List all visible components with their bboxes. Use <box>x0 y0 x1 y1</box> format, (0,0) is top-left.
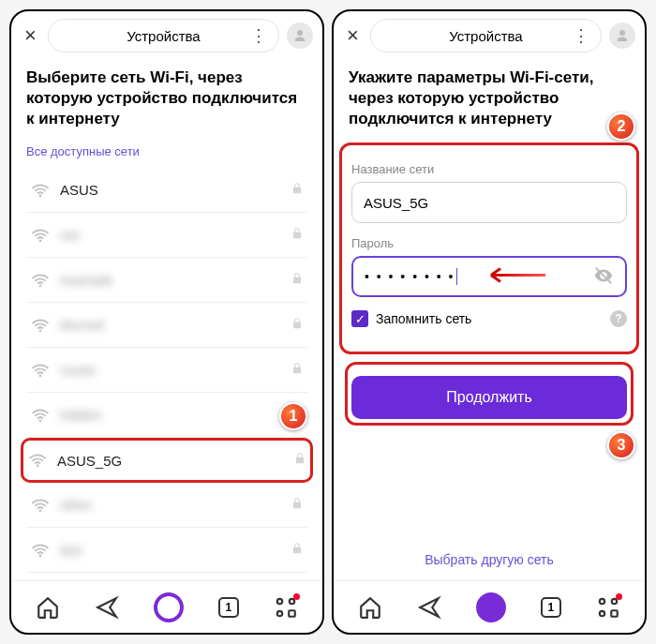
network-row[interactable]: router <box>26 348 307 393</box>
help-icon[interactable]: ? <box>610 310 627 327</box>
alice-icon[interactable] <box>154 592 184 622</box>
svg-point-4 <box>599 598 604 603</box>
topbar: × Устройства ⋮ <box>334 11 645 60</box>
network-name: last <box>60 542 281 558</box>
network-name: hidden <box>60 407 281 423</box>
network-row[interactable]: hidden <box>26 393 307 438</box>
page-title: Устройства <box>127 28 200 44</box>
eye-off-icon[interactable] <box>593 265 614 289</box>
svg-point-5 <box>611 598 616 603</box>
wifi-icon <box>30 270 51 291</box>
svg-point-0 <box>276 598 281 603</box>
lock-icon <box>291 542 304 559</box>
lock-icon <box>293 452 306 469</box>
kebab-icon[interactable]: ⋮ <box>573 25 589 46</box>
badge-1: 1 <box>279 402 307 430</box>
avatar[interactable] <box>287 22 313 49</box>
wifi-icon <box>30 360 51 381</box>
network-name: router <box>60 362 281 378</box>
avatar[interactable] <box>609 22 635 49</box>
network-name: other <box>60 497 281 513</box>
ssid-value: ASUS_5G <box>364 195 428 211</box>
wifi-icon <box>30 540 51 561</box>
topbar: × Устройства ⋮ <box>11 11 322 60</box>
password-input[interactable]: • • • • • • • • <box>351 256 627 297</box>
heading: Выберите сеть Wi-Fi, через которую устро… <box>26 67 307 129</box>
close-icon[interactable]: × <box>343 23 363 48</box>
button-highlight: Продолжить <box>345 362 634 426</box>
alice-icon[interactable] <box>476 592 506 622</box>
network-name: blurred <box>60 317 281 333</box>
send-icon[interactable] <box>95 595 119 620</box>
tabs-counter[interactable]: 1 <box>541 597 561 618</box>
network-row[interactable]: net <box>26 213 307 258</box>
form-highlight: Название сети ASUS_5G Пароль • • • • • •… <box>339 142 639 354</box>
svg-point-2 <box>276 610 281 615</box>
title-pill[interactable]: Устройства ⋮ <box>48 19 279 52</box>
remember-label: Запомнить сеть <box>376 311 471 326</box>
wifi-icon <box>30 180 51 201</box>
password-label: Пароль <box>351 236 627 250</box>
network-name: ASUS <box>60 182 281 198</box>
network-name: ASUS_5G <box>57 453 284 469</box>
svg-point-6 <box>599 610 604 615</box>
wifi-icon <box>30 225 51 246</box>
network-row[interactable]: blurred <box>26 303 307 348</box>
network-row[interactable]: last <box>26 528 307 573</box>
phone-left: × Устройства ⋮ Выберите сеть Wi-Fi, чере… <box>9 9 324 635</box>
badge-3: 3 <box>607 431 635 459</box>
network-name: net <box>60 227 281 243</box>
send-icon[interactable] <box>417 595 441 620</box>
ssid-input[interactable]: ASUS_5G <box>351 182 627 223</box>
services-icon[interactable] <box>274 595 298 620</box>
lock-icon <box>291 182 304 199</box>
arrow-annotation <box>480 267 545 287</box>
tabs-counter[interactable]: 1 <box>218 597 239 618</box>
close-icon[interactable]: × <box>21 23 40 48</box>
heading: Укажите параметры Wi-Fi-сети, через кото… <box>349 67 630 129</box>
wifi-icon <box>27 450 48 471</box>
page-title: Устройства <box>449 28 522 44</box>
title-pill[interactable]: Устройства ⋮ <box>370 19 602 52</box>
all-networks-link[interactable]: Все доступные сети <box>26 144 307 158</box>
ssid-label: Название сети <box>351 162 627 176</box>
bottombar: 1 <box>334 580 645 633</box>
lock-icon <box>291 272 304 289</box>
home-icon[interactable] <box>358 595 382 620</box>
network-row[interactable]: ASUS <box>26 168 307 213</box>
remember-checkbox[interactable]: ✓ <box>351 310 368 327</box>
lock-icon <box>291 362 304 379</box>
kebab-icon[interactable]: ⋮ <box>250 25 267 46</box>
network-name: example <box>60 272 281 288</box>
svg-rect-7 <box>611 610 618 617</box>
phone-right: × Устройства ⋮ Укажите параметры Wi-Fi-с… <box>332 9 647 635</box>
text-cursor <box>456 268 457 285</box>
bottombar: 1 <box>11 580 322 633</box>
home-icon[interactable] <box>36 595 60 620</box>
wifi-icon <box>30 315 51 336</box>
badge-2: 2 <box>607 112 635 141</box>
lock-icon <box>291 497 304 514</box>
svg-point-1 <box>289 598 293 603</box>
lock-icon <box>291 227 304 244</box>
svg-rect-3 <box>289 610 295 617</box>
network-row[interactable]: other <box>26 483 307 528</box>
wifi-icon <box>30 405 51 426</box>
lock-icon <box>291 317 304 334</box>
network-row[interactable]: ASUS_5G <box>21 438 313 483</box>
choose-other-link[interactable]: Выбрать другую сеть <box>349 552 630 567</box>
continue-button[interactable]: Продолжить <box>351 376 627 419</box>
wifi-icon <box>30 495 51 516</box>
services-icon[interactable] <box>596 595 620 620</box>
network-list: ASUS net example blurred router hidden A… <box>26 168 307 573</box>
password-value: • • • • • • • • <box>365 269 455 284</box>
remember-row: ✓ Запомнить сеть ? <box>351 310 627 327</box>
network-row[interactable]: example <box>26 258 307 303</box>
